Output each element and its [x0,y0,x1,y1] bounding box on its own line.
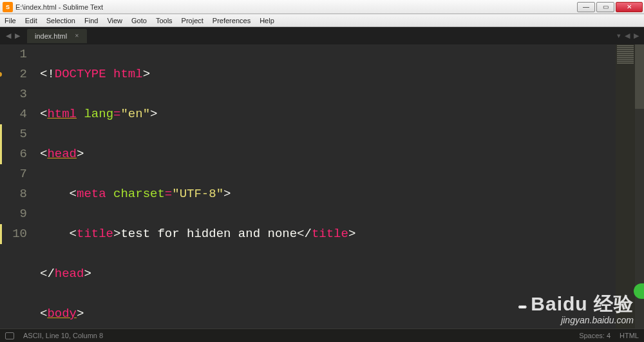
code-line: <!DOCTYPE html> [40,64,644,84]
status-spaces[interactable]: Spaces: 4 [579,332,611,339]
tab-label: index.html [35,32,67,40]
tab-nav-right2-icon[interactable]: ▶ [634,32,639,40]
code-line: <head> [40,144,644,164]
tab-overflow-down-icon[interactable]: ▾ [617,32,621,40]
line-highlight-edge [0,124,2,164]
code-line: </head> [40,264,644,284]
panel-icon[interactable] [5,332,14,339]
tab-nav-right-icon[interactable]: ▶ [13,32,22,40]
minimap[interactable] [616,44,635,342]
title-bar: S E:\index.html - Sublime Text — ▭ ✕ [0,0,644,14]
tab-index-html[interactable]: index.html ✕ [27,29,87,43]
tab-bar: ◀ ▶ index.html ✕ ▾ ◀ ▶ [0,27,644,44]
line-number: 9 [0,204,27,224]
code-line: <body> [40,304,644,324]
menu-find[interactable]: Find [80,14,102,27]
line-number: 7 [0,164,27,184]
gutter: 1 2 3 4 5 6 7 8 9 10 [0,44,32,342]
status-syntax[interactable]: HTML [620,332,639,339]
tab-nav-left2-icon[interactable]: ◀ [625,32,630,40]
minimize-button[interactable]: — [577,2,595,12]
line-number: 4 [0,104,27,124]
line-highlight-edge [0,224,2,244]
code-content[interactable]: <!DOCTYPE html> <html lang="en"> <head> … [32,44,644,342]
menu-selection[interactable]: Selection [42,14,80,27]
code-line: <title>test for hidden and none</title> [40,224,644,244]
tab-close-icon[interactable]: ✕ [75,33,79,39]
code-line: <meta charset="UTF-8"> [40,184,644,204]
menu-edit[interactable]: Edit [21,14,42,27]
line-number: 5 [0,124,27,144]
menu-preferences[interactable]: Preferences [208,14,255,27]
code-line: <html lang="en"> [40,104,644,124]
close-button[interactable]: ✕ [616,2,643,12]
status-bar: ASCII, Line 10, Column 8 Spaces: 4 HTML [0,328,644,342]
window-title: E:\index.html - Sublime Text [15,3,577,11]
line-number: 1 [0,44,27,64]
line-number: 8 [0,184,27,204]
menu-view[interactable]: View [102,14,127,27]
line-number: 2 [0,64,27,84]
menu-project[interactable]: Project [177,14,208,27]
menu-tools[interactable]: Tools [151,14,177,27]
scrollbar-thumb[interactable] [635,44,644,109]
menu-help[interactable]: Help [255,14,279,27]
status-position[interactable]: ASCII, Line 10, Column 8 [23,332,103,339]
tab-overflow: ▾ ◀ ▶ [617,32,639,40]
code-area[interactable]: <!DOCTYPE html> <html lang="en"> <head> … [32,44,644,342]
menu-file[interactable]: File [0,14,21,27]
line-number: 3 [0,84,27,104]
maximize-button[interactable]: ▭ [596,2,614,12]
editor-area[interactable]: 1 2 3 4 5 6 7 8 9 10 <!DOCTYPE html> <ht… [0,44,644,342]
menu-bar: File Edit Selection Find View Goto Tools… [0,14,644,27]
app-icon: S [3,2,13,12]
menu-goto[interactable]: Goto [127,14,151,27]
line-number: 10 [0,224,27,244]
tab-nav-left-icon[interactable]: ◀ [4,32,13,40]
line-number: 6 [0,144,27,164]
